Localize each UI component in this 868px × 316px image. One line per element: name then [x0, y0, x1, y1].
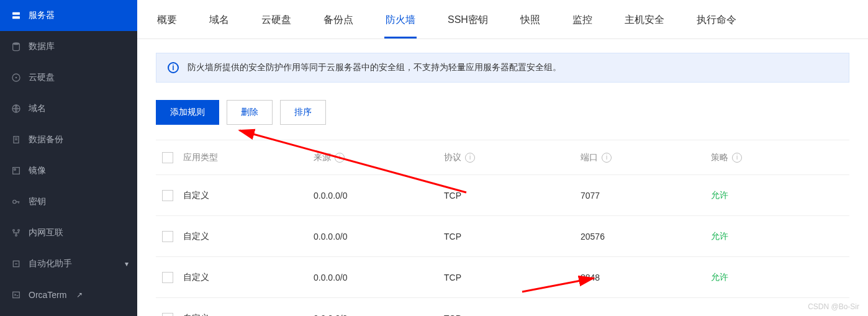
sort-button[interactable]: 排序 — [280, 100, 326, 125]
cell-proto: TCP — [444, 273, 581, 282]
col-proto: 协议i — [444, 152, 581, 163]
svg-point-9 — [13, 230, 15, 232]
tab-firewall[interactable]: 防火墙 — [384, 6, 417, 38]
toolbar: 添加规则 删除 排序 — [156, 100, 849, 125]
cell-policy: 允许 — [711, 190, 849, 201]
sidebar-item-orcaterm[interactable]: OrcaTerm ↗ — [0, 279, 137, 310]
cell-policy: 允许 — [711, 272, 849, 283]
tab-sshkey[interactable]: SSH密钥 — [446, 6, 489, 38]
svg-rect-1 — [12, 16, 20, 19]
table-row: 自定义 0.0.0.0/0 TCP 8848 允许 — [156, 257, 849, 298]
key-icon — [11, 197, 21, 207]
rules-table: 应用类型 来源i 协议i 端口i 策略i 自定义 0.0.0.0/0 TCP 7… — [156, 140, 849, 316]
cell-proto: TCP — [444, 232, 581, 242]
database-icon — [11, 42, 21, 52]
info-icon[interactable]: i — [732, 153, 742, 163]
cell-type: 自定义 — [183, 272, 314, 283]
cell-source: 0.0.0.0/0 — [314, 273, 444, 282]
info-icon: i — [168, 62, 179, 73]
svg-point-8 — [13, 200, 16, 203]
sidebar: 服务器 数据库 云硬盘 域名 数据备份 镜像 密钥 内网互联 — [0, 0, 137, 316]
image-icon — [11, 166, 21, 176]
sidebar-label: 自动化助手 — [29, 258, 72, 269]
sidebar-label: 服务器 — [29, 10, 55, 21]
cell-type: 自定义 — [183, 231, 314, 242]
disk-icon — [11, 73, 21, 83]
cell-type: 自定义 — [183, 190, 314, 201]
watermark: CSDN @Bo-Sir — [808, 302, 859, 311]
sidebar-item-image[interactable]: 镜像 — [0, 155, 137, 186]
sidebar-label: 镜像 — [29, 165, 46, 176]
table-row: 自定义 0.0.0.0/0 TCP 7077 允许 — [156, 175, 849, 216]
row-checkbox[interactable] — [162, 272, 173, 283]
table-header: 应用类型 来源i 协议i 端口i 策略i — [156, 140, 849, 175]
tab-overview[interactable]: 概要 — [156, 6, 178, 38]
cell-source: 0.0.0.0/0 — [314, 314, 444, 317]
network-icon — [11, 228, 21, 238]
delete-button[interactable]: 删除 — [227, 100, 273, 125]
cell-proto: TCP — [444, 314, 581, 317]
cell-port: 20576 — [581, 232, 711, 242]
sidebar-label: OrcaTerm — [29, 290, 66, 300]
tab-domain[interactable]: 域名 — [208, 6, 230, 38]
table-row: 自定义 0.0.0.0/0 TCP 20576 允许 — [156, 216, 849, 257]
cell-type: 自定义 — [183, 313, 314, 317]
sidebar-item-key[interactable]: 密钥 — [0, 186, 137, 217]
tabs: 概要 域名 云硬盘 备份点 防火墙 SSH密钥 快照 监控 主机安全 执行命令 — [137, 0, 868, 39]
add-rule-button[interactable]: 添加规则 — [156, 100, 219, 125]
tab-exec[interactable]: 执行命令 — [695, 6, 738, 38]
tab-snapshot[interactable]: 快照 — [519, 6, 541, 38]
col-source: 来源i — [314, 152, 444, 163]
cell-port: 7077 — [581, 191, 711, 201]
svg-point-4 — [16, 77, 17, 79]
row-checkbox[interactable] — [162, 313, 173, 317]
svg-point-10 — [18, 230, 20, 232]
row-checkbox[interactable] — [162, 231, 173, 242]
tab-monitor[interactable]: 监控 — [571, 6, 594, 38]
cell-source: 0.0.0.0/0 — [314, 232, 444, 242]
row-checkbox[interactable] — [162, 190, 173, 201]
cell-policy: 允许 — [711, 231, 849, 242]
col-type: 应用类型 — [183, 152, 314, 163]
sidebar-label: 域名 — [29, 103, 46, 114]
cell-source: 0.0.0.0/0 — [314, 191, 444, 201]
backup-icon — [11, 135, 21, 145]
cell-proto: TCP — [444, 191, 581, 201]
sidebar-label: 密钥 — [29, 196, 46, 207]
cell-port: 8848 — [581, 273, 711, 282]
svg-rect-0 — [12, 12, 20, 15]
svg-point-11 — [16, 235, 17, 237]
sidebar-item-vpc[interactable]: 内网互联 — [0, 217, 137, 248]
sidebar-item-automation[interactable]: 自动化助手 ▾ — [0, 248, 137, 279]
select-all-checkbox[interactable] — [162, 152, 173, 163]
sidebar-item-disk[interactable]: 云硬盘 — [0, 62, 137, 93]
tab-disk[interactable]: 云硬盘 — [260, 6, 292, 38]
external-link-icon: ↗ — [76, 291, 83, 299]
chevron-down-icon: ▾ — [125, 260, 129, 268]
info-icon[interactable]: i — [602, 153, 612, 163]
tab-backup[interactable]: 备份点 — [322, 6, 355, 38]
main-content: 概要 域名 云硬盘 备份点 防火墙 SSH密钥 快照 监控 主机安全 执行命令 … — [137, 0, 868, 316]
server-icon — [11, 11, 21, 20]
sidebar-item-domain[interactable]: 域名 — [0, 93, 137, 124]
sidebar-label: 数据备份 — [29, 134, 63, 145]
col-port: 端口i — [581, 152, 711, 163]
table-row: 自定义 0.0.0.0/0 TCP — [156, 298, 849, 316]
svg-point-2 — [13, 42, 20, 45]
col-policy: 策略i — [711, 152, 849, 163]
notice-banner: i 防火墙所提供的安全防护作用等同于云服务器中的安全组，不支持为轻量应用服务器配… — [156, 53, 849, 83]
info-icon[interactable]: i — [335, 153, 345, 163]
automation-icon — [11, 259, 21, 269]
info-icon[interactable]: i — [465, 153, 475, 163]
tab-security[interactable]: 主机安全 — [623, 6, 666, 38]
sidebar-label: 内网互联 — [29, 227, 63, 238]
sidebar-item-database[interactable]: 数据库 — [0, 31, 137, 62]
sidebar-item-server[interactable]: 服务器 — [0, 0, 137, 31]
svg-rect-6 — [13, 168, 20, 174]
sidebar-item-backup[interactable]: 数据备份 — [0, 124, 137, 155]
svg-point-7 — [14, 169, 16, 171]
terminal-icon — [11, 290, 21, 300]
notice-text: 防火墙所提供的安全防护作用等同于云服务器中的安全组，不支持为轻量应用服务器配置安… — [188, 62, 561, 73]
globe-icon — [11, 104, 21, 114]
sidebar-label: 云硬盘 — [29, 72, 55, 83]
